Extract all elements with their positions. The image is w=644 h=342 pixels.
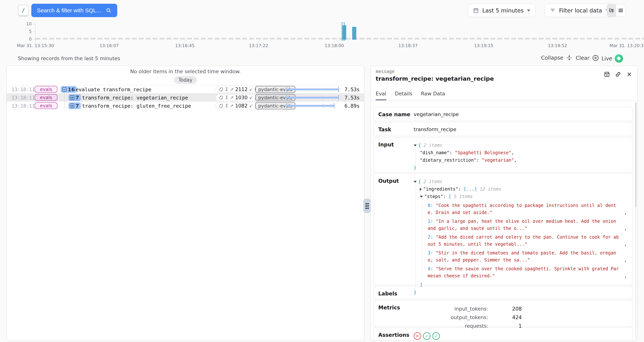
x-axis-tick-label: 13:17:22: [249, 43, 268, 48]
json-value: "Add the diced carrot and celery to the …: [428, 234, 619, 247]
evals-tag-badge: evals: [35, 94, 58, 101]
evals-tag-badge: evals: [35, 86, 58, 92]
metric-name: requests:: [414, 322, 488, 330]
x-axis-tick-label: Mar 31. 13:15:30: [17, 43, 54, 48]
x-axis-tick: [334, 40, 335, 43]
duration-text: 7.53s: [344, 86, 360, 92]
today-pill[interactable]: Today: [174, 76, 197, 84]
histogram-selection-band[interactable]: [342, 22, 345, 40]
y-axis-tick: [33, 24, 35, 24]
span-name: evaluate transform_recipe: [76, 86, 151, 92]
duration-text: 6.89s: [344, 103, 360, 109]
y-axis-tick-label: 5: [20, 29, 32, 34]
chevron-down-icon[interactable]: [414, 144, 417, 146]
collapse-children-badge[interactable]: 16: [61, 86, 77, 93]
trace-row-vegetarian-recipe[interactable]: 13:18:11 evals 7 transform_recipe: veget…: [7, 93, 364, 101]
histogram-baseline: [36, 38, 644, 40]
json-value: "Stir in the diced tomatoes and tomato p…: [428, 250, 616, 263]
case-name-value: vegetarian_recipe: [414, 111, 628, 117]
scrollbar-thumb[interactable]: [635, 102, 636, 207]
expand-children-badge[interactable]: 7: [68, 102, 81, 109]
span-name: transform_recipe: gluten_free_recipe: [82, 103, 191, 109]
close-icon[interactable]: [626, 71, 632, 78]
trace-row-evaluate-transform-recipe[interactable]: 13:18:11 evals 16 evaluate transform_rec…: [7, 85, 364, 93]
json-key: "dish_name":: [420, 150, 452, 155]
panel-resize-handle[interactable]: [363, 198, 371, 213]
assertions-label: Assertions: [378, 332, 414, 340]
json-index: 4:: [428, 266, 433, 272]
app-window: / Search & filter with SQL... Last 5 min…: [0, 0, 644, 342]
chevron-down-icon[interactable]: [414, 181, 417, 183]
x-axis-tick: [633, 40, 634, 43]
search-button[interactable]: Search & filter with SQL...: [31, 4, 117, 17]
tree-view-button[interactable]: [607, 4, 616, 16]
json-value: "Cook the spaghetti according to package…: [428, 203, 616, 215]
time-range-dropdown[interactable]: Last 5 minutes: [468, 4, 536, 17]
duration-text: 7.53s: [344, 95, 360, 100]
json-key: "steps":: [424, 194, 446, 199]
y-axis-tick-label: 10: [20, 22, 32, 26]
collapse-button[interactable]: Collapse: [541, 54, 573, 61]
coin-icon: [219, 87, 224, 92]
filter-local-data-dropdown[interactable]: Filter local data: [544, 4, 614, 17]
chevron-down-icon[interactable]: [420, 196, 423, 198]
x-axis-tick-label: 13:16:45: [175, 43, 194, 48]
collapse-icon: [566, 54, 573, 61]
metrics-value: input_tokens: 208 output_tokens: 424 req…: [414, 304, 628, 322]
grip-dots-icon: [365, 203, 369, 209]
y-axis-tick: [33, 32, 35, 32]
detail-scrollbar[interactable]: [635, 101, 636, 339]
json-value: "In a large pan, heat the olive oil over…: [428, 219, 616, 231]
metric-name: input_tokens:: [414, 304, 488, 313]
records-histogram[interactable]: 1050Mar 31. 13:15:3013:16:0713:16:4513:1…: [0, 22, 644, 50]
trace-row-gluten-free-recipe[interactable]: 13:18:11 evals 7 transform_recipe: glute…: [7, 101, 364, 110]
x-axis-tick-label: 13:19:15: [474, 43, 493, 48]
json-index: 1:: [428, 219, 433, 224]
child-count: 16: [68, 86, 75, 92]
json-index: 2:: [428, 234, 433, 240]
time-range-label: Last 5 minutes: [482, 7, 524, 14]
tab-details[interactable]: Details: [395, 88, 412, 100]
clear-button[interactable]: Clear: [576, 54, 599, 62]
y-axis-tick: [33, 39, 35, 40]
dock-panel-icon[interactable]: [604, 71, 610, 78]
coin-icon: [219, 104, 224, 108]
copy-link-icon[interactable]: [615, 71, 621, 78]
input-label: Input: [378, 141, 414, 168]
tree-connector-vertical: [64, 92, 64, 108]
list-view-button[interactable]: [616, 4, 625, 16]
tab-raw-data[interactable]: Raw Data: [421, 88, 445, 100]
chevron-right-icon[interactable]: [420, 188, 422, 191]
records-bar: Showing records from the last 5 minutes …: [0, 54, 644, 62]
assertion-pass-icon[interactable]: [432, 332, 440, 340]
input-tokens-arrow-icon: ↗: [230, 87, 234, 92]
labels-label: Labels: [378, 290, 414, 295]
x-axis-tick: [109, 40, 110, 43]
assertion-pass-icon[interactable]: [423, 332, 430, 340]
trace-rows: 13:18:11 evals 16 evaluate transform_rec…: [7, 85, 364, 110]
json-value: "Serve the sauce over the cooked spaghet…: [428, 266, 619, 278]
tab-eval[interactable]: Eval: [376, 88, 386, 100]
plus-square-icon: [70, 104, 74, 108]
row-timestamp: 13:18:11: [12, 87, 35, 92]
expand-children-badge[interactable]: 7: [68, 94, 81, 101]
output-tokens-arrow-icon: ↙: [249, 103, 253, 108]
minus-square-icon: [62, 87, 67, 92]
input-json-tree: { 2 items "dish_name": "Spaghetti Bologn…: [414, 141, 628, 168]
live-toggle[interactable]: Live: [602, 54, 623, 62]
items-count: 5 items: [454, 194, 473, 199]
output-tokens-arrow-icon: ↙: [249, 87, 253, 92]
assertions-icons: [414, 332, 628, 340]
assertion-fail-icon[interactable]: [414, 332, 421, 340]
case-name-row: Case name vegetarian_recipe: [374, 107, 632, 121]
metric-value: 424: [488, 313, 522, 322]
json-key: "dietary_restriction":: [420, 158, 479, 163]
metric-name: output_tokens:: [414, 313, 488, 322]
json-index: 0:: [428, 203, 433, 208]
task-value: transform_recipe: [414, 126, 628, 132]
span-detail-title: transform_recipe: vegetarian_recipe: [376, 75, 494, 82]
search-icon: [106, 8, 112, 14]
input-tokens-arrow-icon: ↗: [230, 103, 234, 108]
items-count: 12 items: [480, 186, 501, 192]
histogram-bar[interactable]: [352, 27, 356, 40]
